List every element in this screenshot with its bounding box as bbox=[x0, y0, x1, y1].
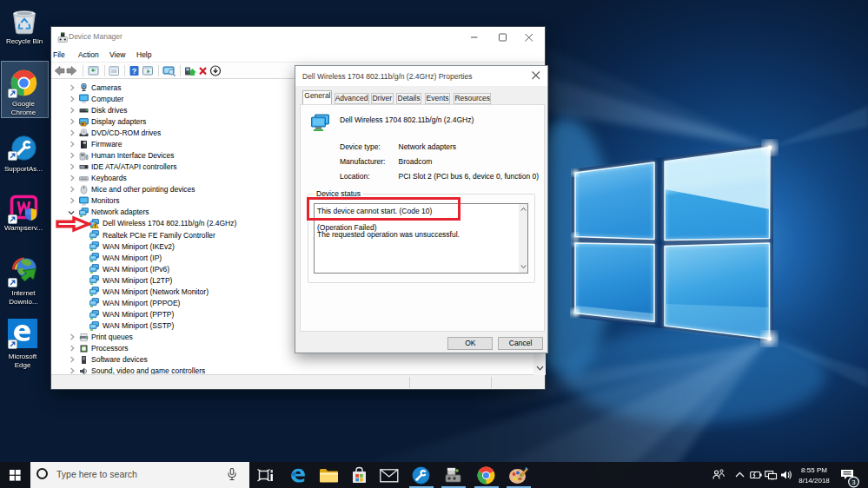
svg-text:?: ? bbox=[132, 67, 137, 76]
svg-text:3: 3 bbox=[851, 478, 856, 486]
